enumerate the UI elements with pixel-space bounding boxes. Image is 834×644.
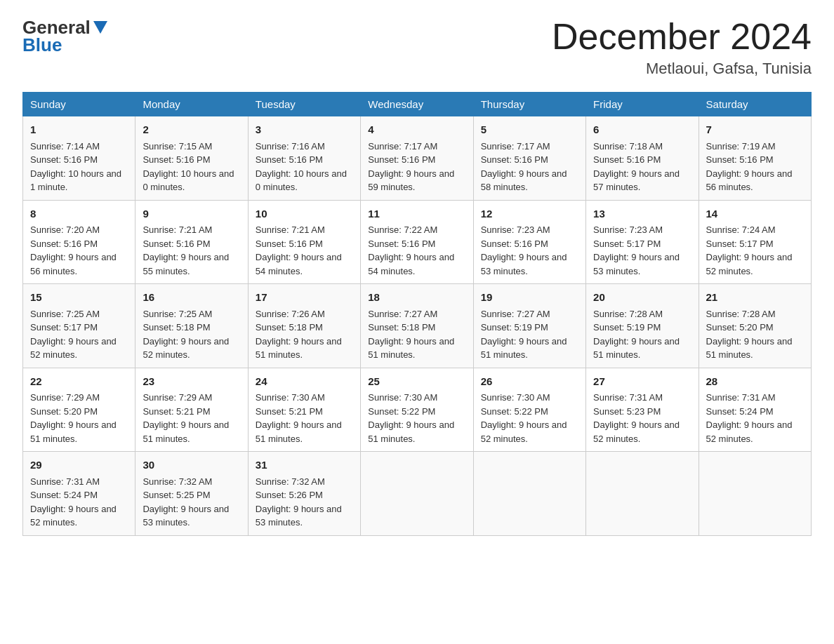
day-info: Sunrise: 7:14 AMSunset: 5:16 PMDaylight:… <box>30 141 121 193</box>
day-number: 21 <box>706 290 804 306</box>
col-friday: Friday <box>586 93 699 116</box>
day-info: Sunrise: 7:21 AMSunset: 5:16 PMDaylight:… <box>256 224 342 276</box>
day-info: Sunrise: 7:23 AMSunset: 5:17 PMDaylight:… <box>593 224 680 276</box>
table-row: 19Sunrise: 7:27 AMSunset: 5:19 PMDayligh… <box>473 284 585 368</box>
day-info: Sunrise: 7:19 AMSunset: 5:16 PMDaylight:… <box>706 141 793 193</box>
logo-arrow-icon <box>93 21 107 34</box>
table-row: 2Sunrise: 7:15 AMSunset: 5:16 PMDaylight… <box>135 116 248 201</box>
table-row: 10Sunrise: 7:21 AMSunset: 5:16 PMDayligh… <box>248 200 360 284</box>
table-row: 1Sunrise: 7:14 AMSunset: 5:16 PMDaylight… <box>23 116 135 201</box>
day-number: 6 <box>593 122 691 138</box>
day-number: 23 <box>143 374 240 390</box>
day-info: Sunrise: 7:31 AMSunset: 5:24 PMDaylight:… <box>706 392 793 444</box>
day-number: 24 <box>256 374 353 390</box>
day-info: Sunrise: 7:32 AMSunset: 5:26 PMDaylight:… <box>256 476 342 528</box>
day-info: Sunrise: 7:30 AMSunset: 5:21 PMDaylight:… <box>256 392 342 444</box>
page-header: General Blue December 2024 Metlaoui, Gaf… <box>22 17 812 78</box>
table-row: 20Sunrise: 7:28 AMSunset: 5:19 PMDayligh… <box>586 284 699 368</box>
table-row <box>586 452 699 536</box>
day-number: 9 <box>143 206 240 222</box>
day-number: 18 <box>368 290 465 306</box>
table-row: 26Sunrise: 7:30 AMSunset: 5:22 PMDayligh… <box>473 368 585 452</box>
day-number: 30 <box>143 457 240 474</box>
day-info: Sunrise: 7:27 AMSunset: 5:18 PMDaylight:… <box>368 309 454 361</box>
day-info: Sunrise: 7:31 AMSunset: 5:24 PMDaylight:… <box>30 476 117 528</box>
day-number: 3 <box>256 122 353 138</box>
location: Metlaoui, Gafsa, Tunisia <box>552 60 812 78</box>
day-number: 4 <box>368 122 465 138</box>
day-info: Sunrise: 7:24 AMSunset: 5:17 PMDaylight:… <box>706 224 793 276</box>
day-info: Sunrise: 7:29 AMSunset: 5:20 PMDaylight:… <box>30 392 117 444</box>
day-info: Sunrise: 7:17 AMSunset: 5:16 PMDaylight:… <box>368 141 454 193</box>
table-row: 24Sunrise: 7:30 AMSunset: 5:21 PMDayligh… <box>248 368 360 452</box>
day-info: Sunrise: 7:18 AMSunset: 5:16 PMDaylight:… <box>593 141 680 193</box>
col-tuesday: Tuesday <box>248 93 360 116</box>
day-number: 26 <box>481 374 578 390</box>
month-title: December 2024 <box>552 17 812 57</box>
day-info: Sunrise: 7:30 AMSunset: 5:22 PMDaylight:… <box>481 392 567 444</box>
table-row: 5Sunrise: 7:17 AMSunset: 5:16 PMDaylight… <box>473 116 585 201</box>
day-number: 5 <box>481 122 578 138</box>
table-row: 16Sunrise: 7:25 AMSunset: 5:18 PMDayligh… <box>135 284 248 368</box>
day-info: Sunrise: 7:26 AMSunset: 5:18 PMDaylight:… <box>256 309 342 361</box>
table-row: 7Sunrise: 7:19 AMSunset: 5:16 PMDaylight… <box>699 116 811 201</box>
table-row: 21Sunrise: 7:28 AMSunset: 5:20 PMDayligh… <box>699 284 811 368</box>
table-row: 28Sunrise: 7:31 AMSunset: 5:24 PMDayligh… <box>699 368 811 452</box>
day-number: 28 <box>706 374 804 390</box>
day-number: 27 <box>593 374 691 390</box>
logo: General Blue <box>22 17 107 56</box>
table-row: 9Sunrise: 7:21 AMSunset: 5:16 PMDaylight… <box>135 200 248 284</box>
day-number: 17 <box>256 290 353 306</box>
calendar-week-row: 15Sunrise: 7:25 AMSunset: 5:17 PMDayligh… <box>23 284 812 368</box>
day-info: Sunrise: 7:29 AMSunset: 5:21 PMDaylight:… <box>143 392 229 444</box>
table-row: 3Sunrise: 7:16 AMSunset: 5:16 PMDaylight… <box>248 116 360 201</box>
day-info: Sunrise: 7:20 AMSunset: 5:16 PMDaylight:… <box>30 224 117 276</box>
day-info: Sunrise: 7:30 AMSunset: 5:22 PMDaylight:… <box>368 392 454 444</box>
table-row: 18Sunrise: 7:27 AMSunset: 5:18 PMDayligh… <box>361 284 473 368</box>
day-number: 16 <box>143 290 240 306</box>
table-row: 23Sunrise: 7:29 AMSunset: 5:21 PMDayligh… <box>135 368 248 452</box>
table-row: 15Sunrise: 7:25 AMSunset: 5:17 PMDayligh… <box>23 284 135 368</box>
day-number: 11 <box>368 206 465 222</box>
table-row: 30Sunrise: 7:32 AMSunset: 5:25 PMDayligh… <box>135 452 248 536</box>
table-row: 17Sunrise: 7:26 AMSunset: 5:18 PMDayligh… <box>248 284 360 368</box>
day-info: Sunrise: 7:27 AMSunset: 5:19 PMDaylight:… <box>481 309 567 361</box>
table-row: 6Sunrise: 7:18 AMSunset: 5:16 PMDaylight… <box>586 116 699 201</box>
day-number: 8 <box>30 206 128 222</box>
day-number: 20 <box>593 290 691 306</box>
col-wednesday: Wednesday <box>361 93 473 116</box>
day-number: 22 <box>30 374 128 390</box>
table-row: 27Sunrise: 7:31 AMSunset: 5:23 PMDayligh… <box>586 368 699 452</box>
table-row: 12Sunrise: 7:23 AMSunset: 5:16 PMDayligh… <box>473 200 585 284</box>
col-monday: Monday <box>135 93 248 116</box>
day-info: Sunrise: 7:16 AMSunset: 5:16 PMDaylight:… <box>256 141 347 193</box>
logo-blue: Blue <box>22 34 62 56</box>
day-info: Sunrise: 7:25 AMSunset: 5:18 PMDaylight:… <box>143 309 229 361</box>
day-number: 7 <box>706 122 804 138</box>
day-info: Sunrise: 7:21 AMSunset: 5:16 PMDaylight:… <box>143 224 229 276</box>
calendar-table: Sunday Monday Tuesday Wednesday Thursday… <box>22 92 812 536</box>
day-number: 12 <box>481 206 578 222</box>
col-saturday: Saturday <box>699 93 811 116</box>
day-number: 1 <box>30 122 128 138</box>
table-row <box>361 452 473 536</box>
table-row: 25Sunrise: 7:30 AMSunset: 5:22 PMDayligh… <box>361 368 473 452</box>
calendar-header-row: Sunday Monday Tuesday Wednesday Thursday… <box>23 93 812 116</box>
calendar-week-row: 22Sunrise: 7:29 AMSunset: 5:20 PMDayligh… <box>23 368 812 452</box>
title-block: December 2024 Metlaoui, Gafsa, Tunisia <box>552 17 812 78</box>
day-number: 2 <box>143 122 240 138</box>
day-number: 10 <box>256 206 353 222</box>
table-row: 4Sunrise: 7:17 AMSunset: 5:16 PMDaylight… <box>361 116 473 201</box>
table-row <box>699 452 811 536</box>
calendar-week-row: 1Sunrise: 7:14 AMSunset: 5:16 PMDaylight… <box>23 116 812 201</box>
calendar-week-row: 29Sunrise: 7:31 AMSunset: 5:24 PMDayligh… <box>23 452 812 536</box>
day-number: 25 <box>368 374 465 390</box>
day-info: Sunrise: 7:25 AMSunset: 5:17 PMDaylight:… <box>30 309 117 361</box>
day-info: Sunrise: 7:28 AMSunset: 5:19 PMDaylight:… <box>593 309 680 361</box>
day-number: 29 <box>30 457 128 474</box>
table-row: 22Sunrise: 7:29 AMSunset: 5:20 PMDayligh… <box>23 368 135 452</box>
col-thursday: Thursday <box>473 93 585 116</box>
day-info: Sunrise: 7:31 AMSunset: 5:23 PMDaylight:… <box>593 392 680 444</box>
day-number: 14 <box>706 206 804 222</box>
table-row: 14Sunrise: 7:24 AMSunset: 5:17 PMDayligh… <box>699 200 811 284</box>
